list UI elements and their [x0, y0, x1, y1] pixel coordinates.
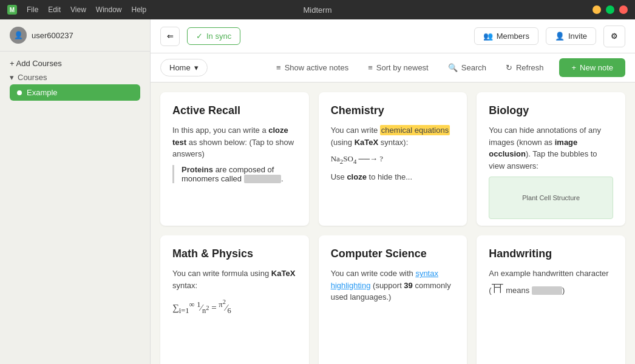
- sidebar-add-section: + Add Courses: [0, 52, 150, 70]
- invite-label: Invite: [568, 32, 587, 41]
- menu-view[interactable]: View: [70, 5, 86, 14]
- menu-edit[interactable]: Edit: [48, 5, 61, 14]
- menu-file[interactable]: File: [27, 5, 38, 14]
- card-title-handwriting: Handwriting: [489, 248, 613, 260]
- course-item-example[interactable]: Example: [10, 84, 140, 101]
- image-occlusion-bold: image occlusion: [489, 138, 577, 159]
- sync-label: In sync: [206, 32, 231, 41]
- add-courses-button[interactable]: + Add Courses: [10, 59, 140, 68]
- sort-label: Sort by newest: [376, 63, 429, 72]
- maximize-button[interactable]: [606, 5, 614, 14]
- courses-label[interactable]: ▾ Courses: [10, 73, 140, 82]
- show-active-button[interactable]: ≡ Show active notes: [268, 59, 357, 76]
- count-bold: 39: [404, 281, 412, 290]
- card-text-chemistry: You can write chemical equations (using …: [331, 124, 455, 148]
- katex-bold-math: KaTeX: [271, 269, 296, 278]
- card-text-biology: You can hide annotations of any images (…: [489, 124, 613, 172]
- refresh-button[interactable]: ↻ Refresh: [497, 59, 552, 76]
- katex-bold-chem: KaTeX: [355, 138, 379, 147]
- syntax-highlight-link: syntax highlighting: [331, 269, 438, 290]
- card-math-physics[interactable]: Math & Physics You can write formula usi…: [160, 235, 309, 364]
- close-button[interactable]: [619, 5, 628, 14]
- back-icon: ⇐: [167, 32, 174, 41]
- search-icon: 🔍: [448, 63, 458, 72]
- highlight-chemical: chemical equations: [380, 125, 450, 135]
- card-title-chemistry: Chemistry: [331, 104, 455, 117]
- cloze-bold: cloze test: [172, 126, 288, 147]
- new-note-label: New note: [580, 63, 613, 72]
- chemistry-formula: Na2SO4 ──→ ?: [331, 154, 455, 165]
- main-content: ⇐ ✓ In sync 👥 Members 👤 Invite ⚙ Home: [151, 19, 635, 364]
- gear-icon: ⚙: [611, 32, 618, 41]
- card-text-math: You can write formula using KaTeX syntax…: [172, 268, 297, 291]
- titlebar: M File Edit View Window Help Midterm: [0, 0, 635, 19]
- minimize-button[interactable]: [593, 5, 601, 14]
- card-title-active-recall: Active Recall: [172, 104, 297, 117]
- titlebar-controls: [593, 5, 628, 14]
- card-text-chemistry-2: Use cloze to hide the...: [331, 171, 455, 183]
- invite-icon: 👤: [555, 32, 565, 41]
- titlebar-title: Midterm: [304, 5, 332, 15]
- titlebar-left: M File Edit View Window Help: [7, 5, 146, 15]
- sort-icon: ≡: [368, 63, 373, 72]
- card-title-cs: Computer Science: [331, 248, 455, 260]
- top-bar: ⇐ ✓ In sync 👥 Members 👤 Invite ⚙: [151, 19, 635, 53]
- menu-window[interactable]: Window: [96, 5, 122, 14]
- card-computer-science[interactable]: Computer Science You can write code with…: [319, 235, 467, 364]
- avatar: 👤: [10, 27, 27, 44]
- card-text-cs: You can write code with syntax highlight…: [331, 268, 455, 303]
- refresh-icon: ↻: [506, 63, 512, 72]
- app-logo: M: [7, 5, 17, 15]
- card-active-recall[interactable]: Active Recall In this app, you can write…: [160, 92, 309, 226]
- cloze-blank: monomers: [244, 175, 281, 183]
- card-biology[interactable]: Biology You can hide annotations of any …: [477, 92, 625, 226]
- plus-icon: +: [571, 63, 576, 72]
- card-text-handwriting: An example handwritten character (⛩ mean…: [489, 268, 613, 298]
- course-name-label: Example: [27, 88, 58, 97]
- cards-area: Active Recall In this app, you can write…: [151, 83, 635, 364]
- sidebar-header: 👤 user600237: [0, 19, 150, 52]
- card-text-active-recall: In this app, you can write a cloze test …: [172, 124, 297, 160]
- second-bar: Home ▾ ≡ Show active notes ≡ Sort by new…: [151, 53, 635, 83]
- home-button[interactable]: Home ▾: [160, 59, 208, 76]
- app-body: 👤 user600237 + Add Courses ▾ Courses Exa…: [0, 19, 635, 364]
- char-meaning-blank: shrine: [532, 286, 562, 295]
- settings-button[interactable]: ⚙: [603, 25, 625, 47]
- app-logo-letter: M: [10, 7, 15, 13]
- cloze-bold-chem: cloze: [347, 172, 367, 181]
- card-chemistry[interactable]: Chemistry You can write chemical equatio…: [319, 92, 467, 226]
- proteins-bold: Proteins: [182, 165, 213, 174]
- card-blockquote: Proteins are composed of monomers called…: [172, 165, 297, 184]
- courses-section: ▾ Courses Example: [0, 70, 150, 103]
- sidebar: 👤 user600237 + Add Courses ▾ Courses Exa…: [0, 19, 151, 364]
- sync-check-icon: ✓: [196, 32, 203, 41]
- titlebar-menu: File Edit View Window Help: [27, 5, 146, 14]
- card-title-biology: Biology: [489, 104, 613, 117]
- members-icon: 👥: [483, 32, 493, 41]
- hanzi-character: ⛩: [492, 282, 504, 295]
- show-active-label: Show active notes: [285, 63, 349, 72]
- card-title-math: Math & Physics: [172, 248, 297, 260]
- sync-button[interactable]: ✓ In sync: [187, 27, 240, 45]
- home-label: Home: [169, 63, 191, 72]
- course-dot-icon: [17, 90, 22, 95]
- card-handwriting[interactable]: Handwriting An example handwritten chara…: [477, 235, 625, 364]
- courses-chevron-icon: ▾: [10, 73, 14, 82]
- members-button[interactable]: 👥 Members: [474, 27, 538, 45]
- search-button[interactable]: 🔍 Search: [440, 59, 495, 76]
- filter-icon: ≡: [276, 63, 281, 72]
- new-note-button[interactable]: + New note: [559, 58, 625, 77]
- courses-label-text: Courses: [18, 73, 47, 82]
- menu-help[interactable]: Help: [132, 5, 147, 14]
- search-label: Search: [461, 63, 486, 72]
- bio-img-label: Plant Cell Structure: [522, 194, 580, 201]
- sort-button[interactable]: ≡ Sort by newest: [359, 59, 437, 76]
- math-formula: ∑i=1∞ 1⁄n2 = π2⁄6: [172, 298, 297, 315]
- invite-button[interactable]: 👤 Invite: [546, 27, 596, 45]
- back-button[interactable]: ⇐: [160, 27, 180, 46]
- refresh-label: Refresh: [516, 63, 544, 72]
- home-chevron-icon: ▾: [194, 63, 199, 72]
- biology-image: Plant Cell Structure: [489, 177, 613, 219]
- avatar-icon: 👤: [14, 31, 23, 39]
- username-label: user600237: [32, 31, 73, 40]
